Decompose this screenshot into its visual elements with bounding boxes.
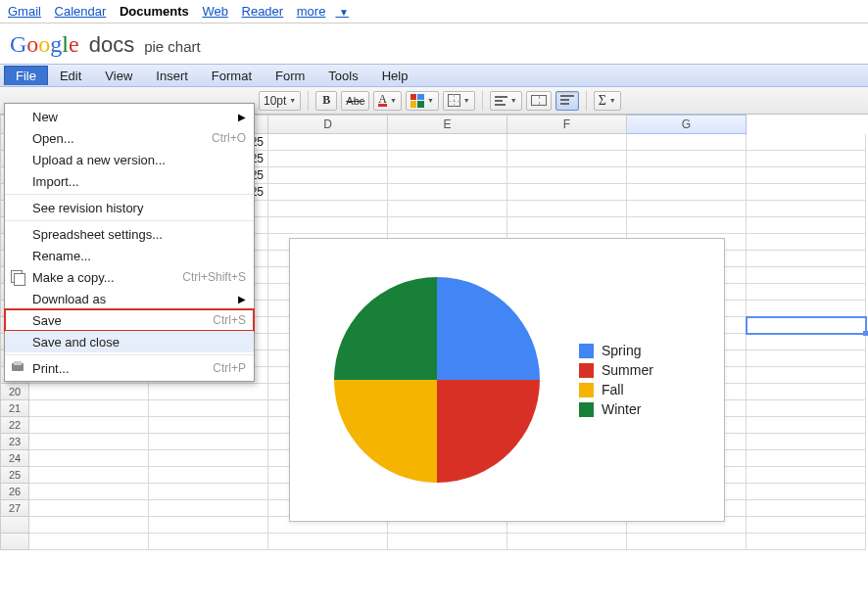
nav-more[interactable]: more ▼ <box>297 4 359 19</box>
cell[interactable] <box>29 467 149 484</box>
cell[interactable] <box>627 167 747 184</box>
cell[interactable] <box>747 384 866 400</box>
cell[interactable] <box>268 201 388 217</box>
menu-make-copy[interactable]: Make a copy...Ctrl+Shift+S <box>5 266 254 288</box>
cell[interactable] <box>149 467 268 484</box>
menu-form[interactable]: Form <box>264 66 316 86</box>
embedded-chart[interactable]: Spring Summer Fall Winter <box>289 238 725 522</box>
row-header[interactable]: 24 <box>0 450 29 467</box>
cell[interactable] <box>747 467 866 484</box>
cell[interactable] <box>268 184 388 201</box>
cell[interactable] <box>747 251 866 267</box>
col-header-e[interactable]: E <box>388 115 507 134</box>
text-color-button[interactable]: A▼ <box>373 91 402 111</box>
cell[interactable] <box>29 450 149 467</box>
nav-gmail[interactable]: Gmail <box>8 4 41 19</box>
cell[interactable] <box>507 201 627 217</box>
cell[interactable] <box>747 284 866 301</box>
cell[interactable] <box>627 184 747 201</box>
cell[interactable] <box>507 184 627 201</box>
cell[interactable] <box>507 534 627 550</box>
borders-button[interactable]: ▼ <box>443 91 475 111</box>
strikethrough-button[interactable]: Abc <box>341 91 369 111</box>
cell[interactable] <box>507 217 627 234</box>
row-header[interactable]: 25 <box>0 467 29 484</box>
cell[interactable] <box>747 484 866 500</box>
cell[interactable] <box>29 534 149 550</box>
cell[interactable] <box>388 534 507 550</box>
menu-new[interactable]: New▶ <box>5 106 254 127</box>
menu-save[interactable]: SaveCtrl+S <box>5 309 254 331</box>
menu-format[interactable]: Format <box>200 66 264 86</box>
font-size-dropdown[interactable]: 10pt▼ <box>259 91 301 111</box>
cell[interactable] <box>747 184 866 201</box>
cell[interactable] <box>149 434 268 450</box>
nav-calendar[interactable]: Calendar <box>55 4 107 19</box>
cell[interactable] <box>149 400 268 417</box>
menu-file[interactable]: File <box>4 66 48 85</box>
menu-upload-version[interactable]: Upload a new version... <box>5 149 254 170</box>
cell[interactable] <box>507 167 627 184</box>
cell[interactable] <box>747 334 866 350</box>
menu-save-and-close[interactable]: Save and close <box>5 331 254 352</box>
document-title[interactable]: pie chart <box>144 38 201 55</box>
cell[interactable] <box>747 134 866 151</box>
menu-help[interactable]: Help <box>370 66 420 86</box>
menu-tools[interactable]: Tools <box>316 66 369 86</box>
cell[interactable] <box>29 384 149 400</box>
fill-color-button[interactable]: ▼ <box>406 91 439 111</box>
menu-import[interactable]: Import... <box>5 170 254 192</box>
cell[interactable] <box>507 134 627 151</box>
row-header[interactable]: 26 <box>0 484 29 500</box>
menu-open[interactable]: Open...Ctrl+O <box>5 127 254 149</box>
functions-button[interactable]: Σ▼ <box>594 91 621 111</box>
row-header[interactable]: 23 <box>0 434 29 450</box>
bold-button[interactable]: B <box>315 91 337 111</box>
nav-web[interactable]: Web <box>202 4 228 19</box>
cell[interactable] <box>149 500 268 517</box>
cell[interactable] <box>149 484 268 500</box>
cell[interactable] <box>149 450 268 467</box>
menu-rename[interactable]: Rename... <box>5 245 254 266</box>
cell[interactable] <box>388 184 507 201</box>
cell[interactable] <box>627 201 747 217</box>
cell[interactable] <box>268 134 388 151</box>
menu-insert[interactable]: Insert <box>144 66 200 86</box>
menu-download-as[interactable]: Download as▶ <box>5 288 254 309</box>
cell[interactable] <box>268 217 388 234</box>
cell[interactable] <box>29 484 149 500</box>
cell[interactable] <box>29 417 149 434</box>
cell[interactable] <box>388 167 507 184</box>
nav-reader[interactable]: Reader <box>242 4 284 19</box>
cell[interactable] <box>747 317 866 334</box>
cell[interactable] <box>747 367 866 384</box>
col-header-d[interactable]: D <box>268 115 388 134</box>
cell[interactable] <box>747 267 866 284</box>
menu-view[interactable]: View <box>93 66 144 86</box>
cell[interactable] <box>747 434 866 450</box>
cell[interactable] <box>627 134 747 151</box>
cell[interactable] <box>388 151 507 167</box>
cell[interactable] <box>747 350 866 367</box>
cell[interactable] <box>388 134 507 151</box>
cell[interactable] <box>747 517 866 534</box>
cell[interactable] <box>507 151 627 167</box>
menu-print[interactable]: Print...Ctrl+P <box>5 357 254 379</box>
cell[interactable] <box>747 450 866 467</box>
cell[interactable] <box>149 417 268 434</box>
cell[interactable] <box>29 434 149 450</box>
cell[interactable] <box>747 417 866 434</box>
align-left-button[interactable]: ▼ <box>490 91 522 111</box>
cell[interactable] <box>747 167 866 184</box>
cell[interactable] <box>747 534 866 550</box>
merge-cells-button[interactable] <box>526 91 552 111</box>
cell[interactable] <box>747 301 866 317</box>
cell[interactable] <box>29 400 149 417</box>
cell[interactable] <box>747 201 866 217</box>
col-header-f[interactable]: F <box>507 115 627 134</box>
cell[interactable] <box>747 217 866 234</box>
row-header[interactable]: 20 <box>0 384 29 400</box>
cell[interactable] <box>268 151 388 167</box>
menu-edit[interactable]: Edit <box>48 66 93 86</box>
row-header[interactable]: 21 <box>0 400 29 417</box>
